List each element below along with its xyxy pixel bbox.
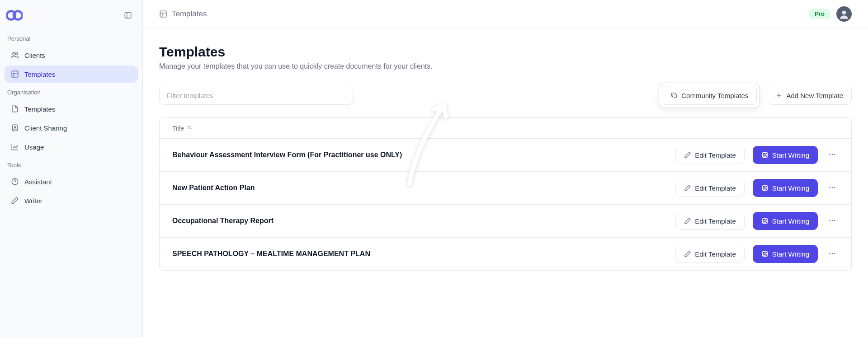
template-icon xyxy=(11,70,19,78)
column-header-label: Title xyxy=(172,125,184,132)
write-icon xyxy=(761,217,769,225)
svg-rect-13 xyxy=(160,11,166,17)
breadcrumb: Templates xyxy=(159,9,207,19)
sidebar-item-clients[interactable]: Clients xyxy=(5,47,138,64)
edit-template-button[interactable]: Edit Template xyxy=(675,146,745,164)
start-writing-button[interactable]: Start Writing xyxy=(753,212,818,230)
table-row: Behaviour Assessment Interview Form (For… xyxy=(160,139,851,172)
svg-point-35 xyxy=(834,253,835,253)
template-icon xyxy=(159,10,167,18)
file-icon xyxy=(11,105,19,113)
pen-icon xyxy=(11,197,19,205)
svg-point-23 xyxy=(834,154,835,154)
button-label: Edit Template xyxy=(695,217,736,225)
row-more-button[interactable] xyxy=(826,215,839,227)
button-label: Edit Template xyxy=(695,184,736,192)
sidebar-item-label: Templates xyxy=(24,70,55,78)
sidebar-item-label: Client Sharing xyxy=(24,124,67,132)
community-templates-button[interactable]: Community Templates xyxy=(662,86,757,105)
start-writing-button[interactable]: Start Writing xyxy=(753,245,818,263)
sidebar-item-label: Writer xyxy=(24,197,42,205)
filter-input[interactable] xyxy=(159,86,354,105)
topbar: Templates Pro xyxy=(143,0,868,28)
button-label: Start Writing xyxy=(772,184,809,192)
pencil-icon xyxy=(684,151,691,159)
button-label: Community Templates xyxy=(681,92,748,99)
sidebar-collapse-button[interactable] xyxy=(120,7,136,23)
ellipsis-icon xyxy=(828,249,836,259)
sidebar-item-assistant[interactable]: Assistant xyxy=(5,173,138,190)
row-actions: Edit TemplateStart Writing xyxy=(675,146,839,164)
svg-rect-2 xyxy=(125,13,131,18)
app-logo[interactable] xyxy=(6,9,23,21)
row-actions: Edit TemplateStart Writing xyxy=(675,179,839,197)
sidebar-item-label: Clients xyxy=(24,51,45,59)
avatar[interactable] xyxy=(836,6,852,22)
sort-icon xyxy=(187,124,193,132)
write-icon xyxy=(761,250,769,257)
content-area: Templates Manage your templates that you… xyxy=(143,28,868,337)
button-label: Start Writing xyxy=(772,217,809,225)
row-more-button[interactable] xyxy=(826,149,839,161)
chart-icon xyxy=(11,143,19,151)
sidebar-item-usage[interactable]: Usage xyxy=(5,138,138,155)
sidebar-item-writer[interactable]: Writer xyxy=(5,192,138,209)
row-more-button[interactable] xyxy=(826,248,839,260)
panel-left-icon xyxy=(124,11,132,19)
pencil-icon xyxy=(684,184,691,192)
sidebar-item-label: Assistant xyxy=(24,178,52,186)
table-row: SPEECH PATHOLOGY – MEALTIME MANAGEMENT P… xyxy=(160,238,851,270)
row-more-button[interactable] xyxy=(826,182,839,194)
button-label: Start Writing xyxy=(772,250,809,258)
templates-table: Title Behaviour Assessment Interview For… xyxy=(159,117,852,271)
ellipsis-icon xyxy=(828,216,836,226)
svg-point-27 xyxy=(834,187,835,187)
sidebar-item-templates-org[interactable]: Templates xyxy=(5,100,138,117)
users-icon xyxy=(11,51,19,59)
start-writing-button[interactable]: Start Writing xyxy=(753,146,818,164)
template-title: Occupational Therapy Report xyxy=(172,217,667,225)
breadcrumb-label: Templates xyxy=(172,9,207,19)
help-icon xyxy=(11,178,19,186)
sidebar-item-client-sharing[interactable]: Client Sharing xyxy=(5,119,138,136)
actions-row: Community Templates Add New Template xyxy=(159,83,852,108)
sidebar-item-templates-personal[interactable]: Templates xyxy=(5,66,138,83)
ellipsis-icon xyxy=(828,183,836,193)
section-label-organisation: Organisation xyxy=(5,84,138,98)
sidebar-header xyxy=(5,5,138,29)
svg-point-30 xyxy=(832,220,833,220)
pencil-icon xyxy=(684,250,691,257)
row-actions: Edit TemplateStart Writing xyxy=(675,245,839,263)
section-label-personal: Personal xyxy=(5,31,138,45)
edit-template-button[interactable]: Edit Template xyxy=(675,245,745,263)
page-title: Templates xyxy=(159,44,852,60)
button-label: Edit Template xyxy=(695,151,736,159)
template-title: Behaviour Assessment Interview Form (For… xyxy=(172,151,667,159)
edit-template-button[interactable]: Edit Template xyxy=(675,179,745,197)
badge-icon xyxy=(11,124,19,132)
pro-badge: Pro xyxy=(809,9,830,19)
button-label: Start Writing xyxy=(772,151,809,159)
svg-point-21 xyxy=(830,154,830,154)
svg-point-29 xyxy=(830,220,830,220)
copy-icon xyxy=(670,92,678,99)
svg-point-22 xyxy=(832,154,833,154)
svg-rect-6 xyxy=(12,71,18,77)
template-title: New Patient Action Plan xyxy=(172,184,667,192)
community-templates-highlight: Community Templates xyxy=(659,83,760,108)
add-template-button[interactable]: Add New Template xyxy=(767,86,852,105)
table-row: Occupational Therapy ReportEdit Template… xyxy=(160,205,851,238)
start-writing-button[interactable]: Start Writing xyxy=(753,179,818,197)
sidebar-item-label: Usage xyxy=(24,143,44,151)
svg-point-34 xyxy=(832,253,833,253)
svg-point-5 xyxy=(16,53,18,55)
svg-rect-17 xyxy=(673,94,677,98)
write-icon xyxy=(761,184,769,192)
sidebar: Personal Clients Templates Organisation … xyxy=(0,0,143,337)
row-actions: Edit TemplateStart Writing xyxy=(675,212,839,230)
edit-template-button[interactable]: Edit Template xyxy=(675,212,745,230)
svg-point-31 xyxy=(834,220,835,220)
svg-point-33 xyxy=(830,253,830,253)
column-header-title[interactable]: Title xyxy=(172,124,193,132)
ellipsis-icon xyxy=(828,150,836,160)
